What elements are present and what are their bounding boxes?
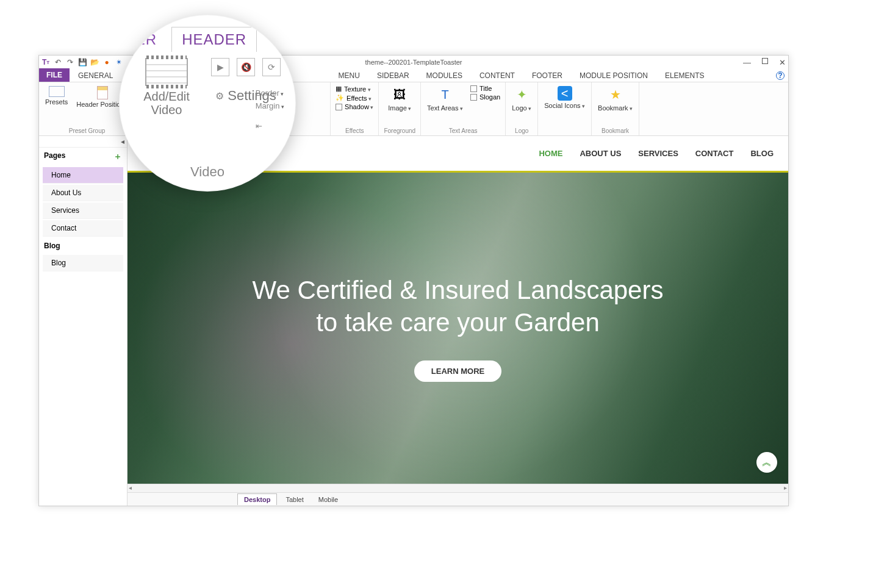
- presets-icon: [49, 86, 65, 97]
- share-icon: <: [558, 86, 572, 101]
- header-position-icon: [97, 86, 108, 99]
- tab-elements[interactable]: ELEMENTS: [656, 70, 713, 82]
- open-icon[interactable]: 📂: [90, 58, 99, 66]
- texture-button[interactable]: ▦Texture: [336, 85, 373, 93]
- mag-tab-container[interactable]: NER: [119, 27, 167, 52]
- device-desktop[interactable]: Desktop: [237, 493, 277, 505]
- group-text-areas: T Text Areas Title Slogan Text Areas: [421, 82, 506, 135]
- hero-heading: We Certified & Insured Landscapers to ta…: [228, 274, 688, 339]
- group-social: < Social Icons: [538, 82, 592, 135]
- text-icon[interactable]: TT: [41, 58, 50, 66]
- help-icon[interactable]: ?: [776, 71, 785, 80]
- mag-margin-button[interactable]: Margin: [256, 101, 284, 110]
- film-icon[interactable]: [145, 58, 188, 86]
- undo-icon[interactable]: ↶: [54, 58, 62, 66]
- image-icon: 🖼: [391, 86, 408, 103]
- logo-icon: ✦: [513, 86, 530, 103]
- group-foreground: 🖼 Image Foreground: [379, 82, 421, 135]
- mag-side-labels: Border Margin ⇤: [256, 88, 284, 131]
- mag-tabs: NER HEADER SL: [120, 15, 295, 52]
- title-toggle[interactable]: Title: [470, 85, 500, 92]
- page-item-home[interactable]: Home: [43, 167, 123, 184]
- page-list: Home About Us Services Contact: [39, 166, 127, 238]
- tab-module-position[interactable]: MODULE POSITION: [571, 70, 656, 82]
- mag-border-button[interactable]: Border: [256, 88, 284, 98]
- window-controls: — ✕: [743, 58, 786, 67]
- minimize-button[interactable]: —: [743, 58, 751, 67]
- mag-playback-icons: ▶ 🔇 ⟳: [211, 58, 281, 76]
- pages-label: Pages: [44, 151, 65, 162]
- image-button[interactable]: 🖼 Image: [384, 85, 415, 113]
- group-effects: ▦Texture ✨Effects Shadow Effects: [331, 82, 379, 135]
- loop-icon[interactable]: ⟳: [262, 58, 281, 76]
- play-icon[interactable]: ▶: [211, 58, 229, 76]
- blog-list: Blog: [39, 254, 127, 273]
- expand-handle-icon[interactable]: ⇤: [256, 121, 284, 131]
- page-item-about[interactable]: About Us: [43, 185, 123, 201]
- page-item-contact[interactable]: Contact: [43, 220, 123, 237]
- effects-button[interactable]: ✨Effects: [336, 94, 373, 102]
- gear-icon: ⚙: [215, 90, 224, 102]
- hero: We Certified & Insured Landscapers to ta…: [127, 173, 788, 484]
- tab-footer[interactable]: FOOTER: [523, 70, 571, 82]
- page-item-blog[interactable]: Blog: [43, 255, 123, 271]
- mag-add-edit-label: Add/Edit Video: [134, 90, 199, 117]
- effects-icon: ✨: [336, 94, 344, 102]
- add-page-button[interactable]: ＋: [113, 151, 122, 162]
- text-areas-button[interactable]: T Text Areas: [426, 85, 464, 113]
- group-bookmark: ★ Bookmark Bookmark: [592, 82, 639, 135]
- shadow-button[interactable]: Shadow: [336, 103, 373, 110]
- device-mobile[interactable]: Mobile: [312, 494, 344, 505]
- redo-icon[interactable]: ↷: [66, 58, 74, 66]
- nav-about[interactable]: ABOUT US: [580, 149, 621, 158]
- magnifier-callout: NER HEADER SL Add/Edit Video ▶ 🔇 ⟳ ⚙ Set…: [119, 15, 296, 192]
- group-logo: ✦ Logo Logo: [506, 82, 538, 135]
- tab-menu[interactable]: MENU: [330, 70, 368, 82]
- pages-header: Pages ＋: [39, 148, 127, 166]
- logo-button[interactable]: ✦ Logo: [511, 85, 533, 113]
- tab-general[interactable]: GENERAL: [70, 70, 121, 82]
- joomla-icon[interactable]: ✴: [115, 58, 123, 66]
- page-item-services[interactable]: Services: [43, 203, 123, 219]
- horizontal-scrollbar[interactable]: [127, 484, 788, 492]
- nav-contact[interactable]: CONTACT: [695, 149, 734, 158]
- window-title: theme--200201-TemplateToaster: [365, 59, 462, 66]
- bookmark-button[interactable]: ★ Bookmark: [597, 85, 634, 113]
- nav-blog[interactable]: BLOG: [750, 149, 774, 158]
- slogan-toggle[interactable]: Slogan: [470, 93, 500, 101]
- blog-label: Blog: [44, 242, 60, 250]
- main: ◂ Pages ＋ Home About Us Services Contact…: [39, 136, 788, 506]
- device-tabs: Desktop Tablet Mobile: [127, 492, 788, 506]
- shadow-checkbox[interactable]: [336, 104, 342, 110]
- mag-tab-slideshow[interactable]: SL: [262, 27, 296, 52]
- maximize-button[interactable]: [762, 58, 768, 64]
- tab-modules[interactable]: MODULES: [418, 70, 471, 82]
- close-button[interactable]: ✕: [779, 58, 786, 67]
- file-tab[interactable]: FILE: [39, 68, 70, 82]
- canvas: HOME ABOUT US SERVICES CONTACT BLOG We C…: [127, 136, 788, 506]
- sidebar-collapse-button[interactable]: ◂: [39, 136, 127, 148]
- device-tablet[interactable]: Tablet: [279, 494, 309, 505]
- nav-services[interactable]: SERVICES: [638, 149, 678, 158]
- text-areas-icon: T: [437, 86, 454, 103]
- mag-tab-header[interactable]: HEADER: [171, 27, 257, 52]
- mag-video-column: Add/Edit Video: [134, 58, 199, 164]
- firefox-icon[interactable]: ●: [102, 58, 111, 66]
- texture-icon: ▦: [336, 85, 342, 93]
- tab-content[interactable]: CONTENT: [471, 70, 523, 82]
- presets-button[interactable]: Presets: [44, 85, 69, 110]
- quick-access-toolbar: TT ↶ ↷ 💾 📂 ● ✴: [41, 58, 123, 66]
- mute-icon[interactable]: 🔇: [237, 58, 255, 76]
- scroll-top-button[interactable]: ︽: [756, 452, 777, 473]
- site-nav: HOME ABOUT US SERVICES CONTACT BLOG: [539, 149, 774, 158]
- social-icons-button[interactable]: < Social Icons: [543, 85, 586, 111]
- nav-home[interactable]: HOME: [539, 149, 562, 158]
- tab-sidebar[interactable]: SIDEBAR: [368, 70, 418, 82]
- sidebar: ◂ Pages ＋ Home About Us Services Contact…: [39, 136, 127, 506]
- save-icon[interactable]: 💾: [78, 58, 87, 66]
- blog-header: Blog: [39, 238, 127, 254]
- title-checkbox[interactable]: [470, 85, 477, 92]
- star-icon: ★: [607, 86, 624, 103]
- slogan-checkbox[interactable]: [470, 94, 477, 101]
- learn-more-button[interactable]: LEARN MORE: [414, 360, 501, 382]
